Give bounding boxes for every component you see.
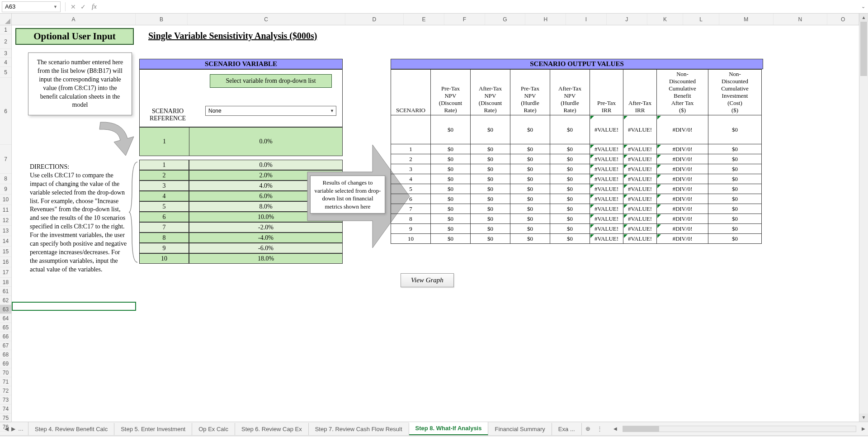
sheet-tab[interactable]: Step 4. Review Benefit Calc (28, 423, 114, 435)
output-cell[interactable]: $0 (510, 174, 550, 184)
column-header[interactable]: O (827, 14, 859, 25)
output-big-cell[interactable]: $0 (471, 115, 510, 144)
name-box[interactable]: A63 ▼ (2, 1, 61, 12)
output-cell[interactable]: $0 (471, 214, 510, 224)
tab-nav-next-icon[interactable]: ▶ (11, 426, 15, 432)
output-cell[interactable]: #VALUE! (623, 144, 657, 154)
output-cell[interactable]: $0 (431, 184, 471, 194)
sheet-tab[interactable]: Step 8. What-If Analysis (409, 422, 489, 435)
output-cell[interactable]: $0 (708, 164, 762, 174)
output-cell[interactable]: #DIV/0! (657, 204, 708, 214)
output-cell[interactable]: $0 (708, 234, 762, 244)
row-header[interactable]: 5 (0, 67, 11, 78)
column-header[interactable]: G (485, 14, 526, 25)
output-cell[interactable]: $0 (550, 234, 590, 244)
output-cell[interactable]: #VALUE! (590, 184, 623, 194)
output-cell[interactable]: #VALUE! (623, 224, 657, 234)
output-cell[interactable]: $0 (510, 144, 550, 154)
output-cell[interactable]: $0 (550, 214, 590, 224)
output-cell[interactable]: #VALUE! (623, 154, 657, 164)
output-cell[interactable]: $0 (510, 214, 550, 224)
cancel-icon[interactable]: ✕ (68, 3, 78, 10)
row-header[interactable]: 2 (0, 34, 11, 49)
output-cell[interactable]: $0 (550, 154, 590, 164)
column-header[interactable]: A (12, 14, 136, 25)
output-cell[interactable]: $0 (431, 154, 471, 164)
row-header[interactable]: 18 (0, 278, 11, 287)
column-header[interactable]: H (525, 14, 566, 25)
scenario-num-cell[interactable]: 4 (139, 191, 189, 201)
output-cell[interactable]: #VALUE! (623, 194, 657, 204)
worksheet[interactable]: Optional User Input Single Variable Sens… (12, 25, 859, 422)
row-header[interactable]: 72 (0, 386, 11, 395)
row-header[interactable]: 69 (0, 359, 11, 368)
output-big-cell[interactable]: #VALUE! (623, 115, 657, 144)
output-cell[interactable]: #DIV/0! (657, 164, 708, 174)
output-cell[interactable]: 6 (391, 194, 431, 204)
row-header[interactable]: 63 (0, 305, 11, 314)
output-cell[interactable]: $0 (431, 204, 471, 214)
output-cell[interactable]: $0 (431, 144, 471, 154)
sheet-tab[interactable]: Step 7. Review Cash Flow Result (309, 423, 409, 435)
column-header[interactable]: D (345, 14, 404, 25)
row-header[interactable]: 7 (0, 145, 11, 174)
column-header[interactable]: F (444, 14, 485, 25)
output-cell[interactable]: #DIV/0! (657, 234, 708, 244)
output-cell[interactable]: $0 (471, 154, 510, 164)
output-big-cell[interactable] (391, 115, 431, 144)
output-cell[interactable]: #VALUE! (623, 174, 657, 184)
row-header[interactable]: 71 (0, 377, 11, 386)
output-cell[interactable]: $0 (550, 144, 590, 154)
row-header[interactable]: 66 (0, 332, 11, 341)
output-cell[interactable]: $0 (431, 174, 471, 184)
output-big-cell[interactable]: $0 (510, 115, 550, 144)
output-cell[interactable]: $0 (708, 184, 762, 194)
row-header[interactable]: 15 (0, 247, 11, 257)
output-cell[interactable]: 2 (391, 154, 431, 164)
output-cell[interactable]: #VALUE! (590, 194, 623, 204)
row-header[interactable]: 16 (0, 257, 11, 267)
scenario-num-cell[interactable]: 8 (139, 233, 189, 243)
row-header[interactable]: 73 (0, 395, 11, 404)
output-cell[interactable]: $0 (471, 174, 510, 184)
output-cell[interactable]: $0 (510, 224, 550, 234)
output-big-cell[interactable]: #DIV/0! (657, 115, 708, 144)
output-cell[interactable]: $0 (431, 214, 471, 224)
output-cell[interactable]: 9 (391, 224, 431, 234)
output-cell[interactable]: $0 (510, 194, 550, 204)
scenario-num-cell[interactable]: 9 (139, 243, 189, 253)
scroll-up-icon[interactable]: ▲ (859, 14, 868, 22)
output-big-cell[interactable]: $0 (550, 115, 590, 144)
output-cell[interactable]: #VALUE! (590, 174, 623, 184)
row-header[interactable]: 10 (0, 195, 11, 205)
output-cell[interactable]: 7 (391, 204, 431, 214)
column-header[interactable]: E (404, 14, 444, 25)
add-sheet-icon[interactable]: ⊕ (582, 423, 594, 435)
fx-label[interactable]: fx (92, 3, 97, 10)
output-cell[interactable]: #DIV/0! (657, 174, 708, 184)
hscroll-thumb[interactable] (623, 426, 659, 432)
sheet-tab[interactable]: Step 6. Review Cap Ex (235, 423, 309, 435)
output-cell[interactable]: #DIV/0! (657, 144, 708, 154)
output-cell[interactable]: $0 (471, 184, 510, 194)
hscroll-right-icon[interactable]: ▶ (859, 426, 868, 431)
output-cell[interactable]: $0 (550, 174, 590, 184)
column-header[interactable]: C (188, 14, 345, 25)
output-cell[interactable]: $0 (550, 194, 590, 204)
output-cell[interactable]: #VALUE! (590, 154, 623, 164)
output-cell[interactable]: $0 (708, 194, 762, 204)
column-header[interactable]: I (566, 14, 607, 25)
variable-dropdown[interactable]: None (205, 106, 336, 116)
column-header[interactable]: L (683, 14, 719, 25)
row-header[interactable]: 14 (0, 236, 11, 247)
output-cell[interactable]: $0 (708, 174, 762, 184)
output-cell[interactable]: $0 (550, 204, 590, 214)
output-cell[interactable]: $0 (510, 204, 550, 214)
tab-nav-more-icon[interactable]: … (18, 426, 24, 432)
row-header[interactable]: 61 (0, 287, 11, 296)
scenario-big-num[interactable]: 1 (139, 127, 189, 156)
output-big-cell[interactable]: #VALUE! (590, 115, 623, 144)
output-cell[interactable]: #DIV/0! (657, 154, 708, 164)
sheet-tab[interactable]: Step 5. Enter Investment (114, 423, 192, 435)
column-header[interactable]: M (719, 14, 774, 25)
